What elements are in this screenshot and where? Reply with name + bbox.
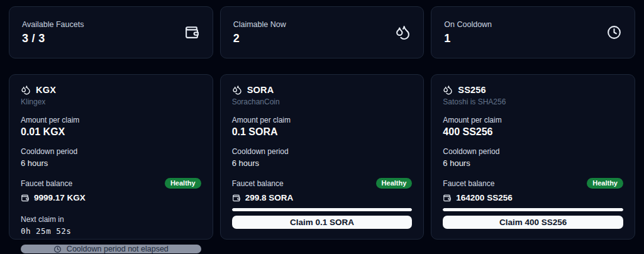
balance-label: Faucet balance: [21, 179, 72, 188]
faucet-symbol: KGX: [36, 85, 56, 95]
droplets-icon: [395, 25, 411, 40]
button-label: Claim 0.1 SORA: [290, 218, 354, 227]
amount-value: 400 SS256: [443, 126, 623, 138]
amount-section: Amount per claim 0.01 KGX: [21, 116, 201, 138]
clock-icon: [606, 25, 622, 40]
stat-label: On Cooldown: [444, 20, 492, 29]
stat-card-on-cooldown: On Cooldown 1: [431, 6, 635, 58]
cooldown-value: 6 hours: [443, 158, 623, 168]
cooldown-section: Cooldown period 6 hours: [443, 147, 623, 168]
cooldown-label: Cooldown period: [232, 147, 413, 156]
cooldown-value: 6 hours: [21, 158, 201, 168]
balance-label: Faucet balance: [232, 179, 284, 188]
balance-label: Faucet balance: [443, 179, 494, 188]
faucet-name: SorachanCoin: [232, 97, 413, 106]
balance-header: Faucet balance Healthy: [232, 178, 413, 189]
faucet-header: KGX: [21, 85, 201, 95]
cooldown-label: Cooldown period: [21, 147, 201, 156]
wallet-icon: [184, 25, 200, 40]
balance-header: Faucet balance Healthy: [443, 178, 623, 189]
cooldown-section: Cooldown period 6 hours: [21, 147, 201, 168]
balance-line: 9999.17 KGX: [21, 193, 201, 202]
amount-section: Amount per claim 400 SS256: [443, 116, 623, 138]
faucet-symbol: SORA: [247, 85, 274, 95]
stat-label: Claimable Now: [233, 20, 286, 29]
balance-value: 299.8 SORA: [245, 193, 294, 202]
status-badge: Healthy: [376, 178, 413, 189]
amount-section: Amount per claim 0.1 SORA: [232, 116, 413, 138]
claim-button[interactable]: Claim 0.1 SORA: [232, 216, 413, 229]
stat-label: Available Faucets: [22, 20, 84, 29]
faucet-card-ss256: SS256 Satoshi is SHA256 Amount per claim…: [431, 74, 635, 240]
button-label: Cooldown period not elapsed: [67, 245, 169, 253]
amount-label: Amount per claim: [232, 116, 413, 124]
balance-value: 9999.17 KGX: [34, 193, 86, 202]
balance-progress-bar: [443, 208, 623, 211]
amount-value: 0.1 SORA: [232, 126, 413, 138]
cooldown-disabled-button[interactable]: Cooldown period not elapsed: [21, 245, 201, 253]
stat-text: Available Faucets 3 / 3: [22, 20, 84, 45]
faucet-symbol: SS256: [458, 85, 486, 95]
balance-progress-fill: [232, 208, 413, 211]
faucet-header: SORA: [232, 85, 413, 95]
status-badge: Healthy: [165, 178, 201, 189]
faucet-name: Satoshi is SHA256: [443, 97, 623, 106]
droplets-icon: [443, 85, 453, 95]
cooldown-label: Cooldown period: [443, 147, 623, 156]
droplets-icon: [232, 85, 242, 95]
balance-value: 164200 SS256: [456, 193, 512, 202]
button-label: Claim 400 SS256: [499, 218, 567, 227]
cooldown-section: Cooldown period 6 hours: [232, 147, 413, 168]
balance-header: Faucet balance Healthy: [21, 178, 201, 189]
status-badge: Healthy: [587, 178, 623, 189]
faucet-header: SS256: [443, 85, 623, 95]
next-claim-section: Next claim in 0h 25m 52s: [21, 215, 201, 236]
amount-label: Amount per claim: [443, 116, 623, 124]
droplets-icon: [21, 85, 31, 95]
balance-line: 164200 SS256: [443, 193, 623, 202]
claim-button[interactable]: Claim 400 SS256: [443, 216, 623, 229]
amount-label: Amount per claim: [21, 116, 201, 124]
balance-line: 299.8 SORA: [232, 193, 413, 202]
next-claim-label: Next claim in: [21, 215, 201, 224]
stat-value: 3 / 3: [22, 32, 84, 45]
stat-card-available-faucets: Available Faucets 3 / 3: [9, 6, 213, 58]
faucet-dashboard: Available Faucets 3 / 3 Claimable Now 2 …: [0, 0, 644, 246]
amount-value: 0.01 KGX: [21, 126, 201, 138]
stat-value: 2: [233, 32, 286, 45]
faucet-card-kgx: KGX Klingex Amount per claim 0.01 KGX Co…: [9, 74, 213, 240]
wallet-icon: [443, 194, 452, 202]
cooldown-value: 6 hours: [232, 158, 413, 168]
next-claim-timer: 0h 25m 52s: [21, 226, 201, 236]
faucet-card-sora: SORA SorachanCoin Amount per claim 0.1 S…: [220, 74, 425, 240]
clock-icon: [53, 245, 62, 253]
stat-text: On Cooldown 1: [444, 20, 492, 45]
stats-row: Available Faucets 3 / 3 Claimable Now 2 …: [9, 6, 635, 58]
wallet-icon: [232, 194, 241, 202]
balance-progress-bar: [232, 208, 413, 211]
stat-value: 1: [444, 32, 492, 45]
wallet-icon: [21, 194, 30, 202]
stat-text: Claimable Now 2: [233, 20, 286, 45]
balance-progress-fill: [443, 208, 623, 211]
stat-card-claimable-now: Claimable Now 2: [220, 6, 425, 58]
faucets-row: KGX Klingex Amount per claim 0.01 KGX Co…: [9, 74, 635, 240]
faucet-name: Klingex: [21, 97, 201, 106]
